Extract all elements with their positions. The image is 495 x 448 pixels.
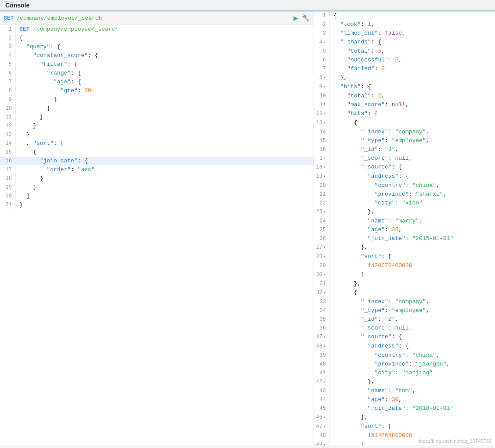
line-number: 27▾ [314,243,330,252]
line-content: "timed_out": false, [333,29,495,38]
line-number: 39 [314,351,330,360]
toolbar-icons: ▶ 🔧 [293,13,310,23]
line-number: 45 [314,404,330,413]
line-number: 29 [314,262,330,270]
line-number: 32▾ [314,288,330,297]
code-line: 47▾ "sort": [ [314,422,495,431]
line-content: } [19,95,314,104]
code-line: 7 "failed": 0 [314,65,495,73]
code-line: 9▾ "hits": { [314,82,495,92]
left-code-area: 1GET /company/employee/_search2{3 "query… [0,25,314,445]
fold-indicator[interactable]: ▾ [323,254,326,259]
code-line: 14 "_index": "company", [314,128,495,136]
fold-indicator[interactable]: ▾ [323,245,326,250]
code-line: 9 } [0,95,314,104]
line-number: 3 [0,43,16,51]
line-content: "range": { [19,69,314,78]
line-content: "join_date": "2015-01-01" [333,234,495,243]
code-line: 25 "age": 35, [314,226,495,234]
fold-indicator[interactable]: ▾ [323,85,326,90]
code-line: 16 "join_date": { [0,157,314,165]
code-line: 5 "filter": { [0,60,314,69]
line-content: "_source": { [333,163,495,172]
code-line: 39 "country": "china", [314,351,495,360]
line-content: "query": { [19,43,314,51]
line-number: 2 [0,34,16,43]
fold-indicator[interactable]: ▾ [323,40,326,45]
fold-indicator[interactable]: ▾ [323,165,326,170]
code-line: 17 "order": "asc" [0,165,314,174]
line-content: }, [333,208,495,217]
line-number: 16 [0,157,16,165]
code-line: 7 "age": { [0,78,314,86]
method-keyword: GET [19,26,29,32]
line-number: 8 [0,86,16,95]
line-content: "_index": "company", [333,128,495,136]
code-line: 1GET /company/employee/_search [0,25,314,34]
console-title: Console [0,0,495,11]
code-line: 2 "took": 1, [314,20,495,29]
fold-indicator[interactable]: ▾ [323,75,326,80]
fold-indicator[interactable]: ▾ [323,380,326,384]
line-content: "successful": 5, [333,56,495,65]
code-line: 16 "_id": "3", [314,145,495,154]
code-line: 6 "successful": 5, [314,56,495,65]
line-number: 20 [314,181,330,190]
line-number: 12 [0,122,16,130]
fold-indicator[interactable]: ▾ [323,415,326,420]
code-line: 22 "city": "xian" [314,199,495,208]
code-line: 20 ] [0,192,314,201]
fold-indicator[interactable]: ▾ [323,335,326,340]
line-content: }, [333,73,495,82]
fold-indicator[interactable]: ▾ [323,344,326,349]
code-line: 11 } [0,113,314,122]
line-number: 38▾ [314,342,330,351]
code-line: 17 "_score": null, [314,154,495,163]
code-line: 10 } [0,104,314,113]
line-content: ] [333,270,495,280]
line-content: } [19,201,314,209]
code-line: 46▾ }, [314,413,495,422]
code-line: 43 "name": "tom", [314,387,495,395]
line-content: 1420070400000 [333,262,495,270]
line-content: "age": 30, [333,395,495,404]
code-line: 12▾ "hits": [ [314,109,495,118]
fold-indicator[interactable]: ▾ [323,272,326,277]
fold-indicator[interactable]: ▾ [323,121,326,125]
line-number: 31 [314,280,330,288]
line-number: 14 [0,139,16,148]
url-path: /company/employee/_search [16,15,102,22]
line-content: "age": 35, [333,226,495,234]
line-number: 20 [0,192,16,201]
fold-indicator[interactable]: ▾ [323,290,326,295]
fold-indicator[interactable]: ▾ [323,210,326,215]
line-number: 12▾ [314,109,330,118]
line-content: { [333,11,495,20]
line-content: "sort": [ [333,422,495,431]
line-content: "gte": 30 [19,86,314,95]
code-line: 41 "city": "nanjing" [314,369,495,377]
watermark: https://blog.csdn.net/qq_33745789 [417,438,491,444]
code-line: 3 "timed_out": false, [314,29,495,38]
fold-indicator[interactable]: ▾ [323,442,326,445]
line-number: 1 [0,25,16,34]
fold-indicator[interactable]: ▾ [323,174,326,179]
line-content: "_id": "2", [333,315,495,324]
line-content: "name": "tom", [333,387,495,395]
code-line: 5 "total": 5, [314,47,495,56]
code-line: 13 } [0,130,314,139]
code-line: 45 "join_date": "2018-01-01" [314,404,495,413]
play-button[interactable]: ▶ [293,13,298,23]
wrench-button[interactable]: 🔧 [302,14,310,22]
line-content: "_id": "3", [333,145,495,154]
line-number: 16 [314,145,330,154]
line-number: 3 [314,29,330,38]
line-number: 43 [314,387,330,395]
code-line: 44 "age": 30, [314,395,495,404]
code-line: 40 "province": "jiangsu", [314,360,495,369]
code-line: 27▾ }, [314,243,495,252]
line-content: } [19,130,314,139]
fold-indicator[interactable]: ▾ [323,424,326,429]
line-number: 41 [314,369,330,377]
fold-indicator[interactable]: ▾ [323,111,326,116]
